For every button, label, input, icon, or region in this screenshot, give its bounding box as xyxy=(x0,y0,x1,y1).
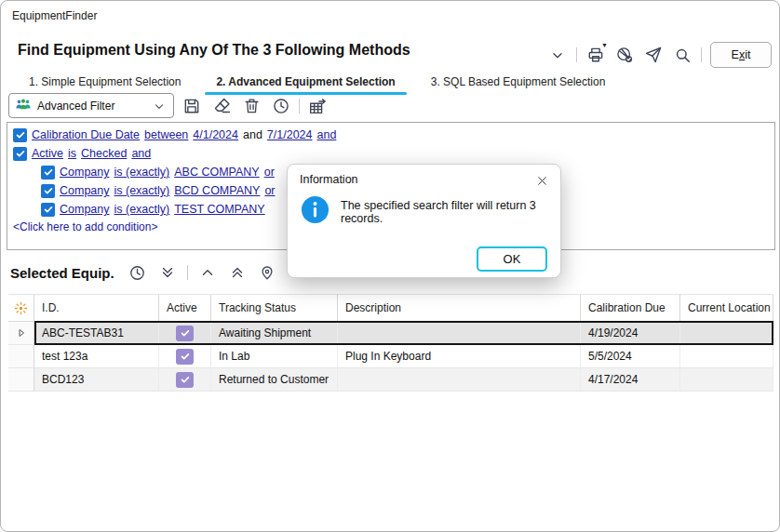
cell-current-location xyxy=(680,368,773,392)
condition-link[interactable]: Company xyxy=(60,184,110,197)
table-row[interactable]: test 123aIn LabPlug In Keyboard5/5/2024 xyxy=(8,345,773,368)
selected-equip-label: Selected Equip. xyxy=(10,265,114,281)
cell-active xyxy=(159,322,211,345)
condition-checkbox[interactable] xyxy=(41,166,55,180)
exit-button[interactable]: Exit xyxy=(710,42,772,68)
divider xyxy=(701,47,702,62)
cell-id: test 123a xyxy=(34,345,159,368)
history-icon[interactable] xyxy=(269,94,293,118)
location-pin-icon[interactable] xyxy=(257,262,277,283)
filter-selector-value: Advanced Filter xyxy=(37,100,147,113)
double-chevron-up-icon[interactable] xyxy=(227,262,248,283)
people-group-icon xyxy=(15,97,32,115)
double-chevron-down-icon[interactable] xyxy=(157,262,178,283)
dialog-title: Information xyxy=(300,173,358,186)
export-table-icon[interactable] xyxy=(305,94,329,118)
tab-3[interactable]: 3. SQL Based Equipment Selection xyxy=(420,73,617,95)
grid-column-header[interactable]: Active xyxy=(159,295,211,322)
condition-text: and xyxy=(243,128,262,141)
filter-selector-combobox[interactable]: Advanced Filter xyxy=(8,93,174,118)
information-dialog: Information The specified search filter … xyxy=(287,164,561,278)
filter-condition: Calibration Due Datebetween4/1/2024and7/… xyxy=(13,126,769,144)
cell-description: Plug In Keyboard xyxy=(338,345,581,368)
condition-link[interactable]: Company xyxy=(60,203,110,216)
clear-filter-icon[interactable] xyxy=(209,94,234,118)
cell-active xyxy=(159,345,211,368)
cell-tracking-status: In Lab xyxy=(211,345,338,368)
condition-checkbox[interactable] xyxy=(41,203,55,217)
close-icon[interactable] xyxy=(532,171,551,190)
condition-link[interactable]: or xyxy=(264,166,275,179)
cell-tracking-status: Awaiting Shipment xyxy=(211,322,338,345)
divider xyxy=(576,47,577,62)
active-checkbox[interactable] xyxy=(176,326,194,341)
condition-link[interactable]: Checked xyxy=(81,147,127,160)
chevron-up-icon[interactable] xyxy=(197,262,218,283)
condition-link[interactable]: BCD COMPANY xyxy=(174,184,260,197)
grid-column-header[interactable]: Tracking Status xyxy=(211,295,338,322)
condition-link[interactable]: ABC COMPANY xyxy=(174,166,259,179)
condition-link[interactable]: is (exactly) xyxy=(114,203,170,216)
condition-link[interactable]: or xyxy=(264,184,275,197)
condition-link[interactable]: is (exactly) xyxy=(114,166,170,179)
dialog-body: The specified search filter will return … xyxy=(301,195,551,228)
cell-active xyxy=(159,368,211,392)
condition-checkbox[interactable] xyxy=(41,184,55,198)
condition-link[interactable]: and xyxy=(317,128,337,141)
condition-checkbox[interactable] xyxy=(13,147,27,161)
condition-link[interactable]: Company xyxy=(60,166,110,179)
header-actions: ▼ Exit xyxy=(547,42,772,68)
cell-calibration-due: 4/19/2024 xyxy=(581,322,680,345)
cell-id: ABC-TESTAB31 xyxy=(34,322,159,345)
print-icon[interactable]: ▼ xyxy=(585,45,606,65)
search-icon[interactable] xyxy=(672,45,693,65)
grid-column-header[interactable]: I.D. xyxy=(34,295,159,322)
print-dropdown-caret: ▼ xyxy=(601,42,608,48)
send-icon[interactable] xyxy=(643,45,664,65)
grid-column-header[interactable]: Calibration Due xyxy=(581,295,680,322)
active-checkbox[interactable] xyxy=(176,349,194,365)
cell-tracking-status: Returned to Customer xyxy=(211,368,338,392)
divider xyxy=(187,265,188,280)
filter-toolbar: Advanced Filter xyxy=(8,93,329,118)
condition-link[interactable]: between xyxy=(144,128,188,141)
settings-check-icon[interactable] xyxy=(614,45,635,65)
condition-link[interactable]: is xyxy=(68,147,76,160)
condition-link[interactable]: TEST COMPANY xyxy=(174,203,264,216)
delete-filter-icon[interactable] xyxy=(239,94,263,118)
grid-body: ABC-TESTAB31Awaiting Shipment4/19/2024te… xyxy=(8,322,773,392)
ok-button[interactable]: OK xyxy=(477,246,547,272)
tab-strip: 1. Simple Equipment Selection2. Advanced… xyxy=(18,73,616,95)
condition-link[interactable]: 7/1/2024 xyxy=(267,128,313,141)
condition-link[interactable]: is (exactly) xyxy=(114,184,170,197)
table-row[interactable]: ABC-TESTAB31Awaiting Shipment4/19/2024 xyxy=(8,322,773,345)
info-icon xyxy=(301,195,329,228)
condition-checkbox[interactable] xyxy=(13,128,27,142)
equipment-grid: I.D.ActiveTracking StatusDescriptionCali… xyxy=(8,294,773,392)
filter-condition: ActiveisCheckedand xyxy=(13,144,769,163)
table-row[interactable]: BCD123Returned to Customer4/17/2024 xyxy=(8,368,773,392)
page-title: Find Equipment Using Any Of The 3 Follow… xyxy=(18,42,410,59)
grid-column-header[interactable]: Current Location xyxy=(680,295,773,322)
tab-2[interactable]: 2. Advanced Equipment Selection xyxy=(205,73,406,95)
condition-link[interactable]: Calibration Due Date xyxy=(32,128,140,141)
grid-header-row: I.D.ActiveTracking StatusDescriptionCali… xyxy=(8,294,773,322)
condition-link[interactable]: Active xyxy=(32,147,63,160)
row-indicator xyxy=(8,368,34,392)
save-filter-icon[interactable] xyxy=(180,94,204,118)
condition-link[interactable]: 4/1/2024 xyxy=(193,128,238,141)
recent-clock-icon[interactable] xyxy=(128,262,148,283)
grid-column-header[interactable]: Description xyxy=(338,295,581,322)
chevron-down-icon[interactable] xyxy=(547,45,568,65)
condition-link[interactable]: and xyxy=(131,147,151,160)
tab-1[interactable]: 1. Simple Equipment Selection xyxy=(18,73,192,95)
row-indicator xyxy=(8,345,34,368)
active-checkbox[interactable] xyxy=(176,372,194,388)
equipment-finder-window: EquipmentFinder Find Equipment Using Any… xyxy=(0,0,780,532)
cell-description xyxy=(338,322,581,345)
window-title: EquipmentFinder xyxy=(12,9,97,22)
cell-calibration-due: 4/17/2024 xyxy=(581,368,680,392)
grid-header-sun-icon[interactable] xyxy=(8,295,34,322)
row-indicator xyxy=(8,322,34,345)
dialog-message: The specified search filter will return … xyxy=(341,199,551,225)
